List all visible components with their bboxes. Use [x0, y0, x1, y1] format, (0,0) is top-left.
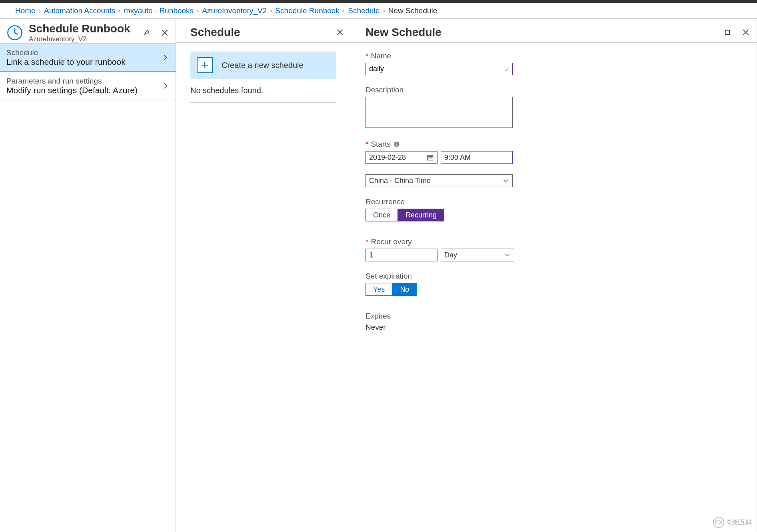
timezone-value: China - China Time [369, 177, 431, 185]
chevron-right-icon: › [343, 7, 345, 14]
svg-rect-7 [725, 30, 730, 34]
watermark: CX 创新互联 [713, 517, 752, 528]
chevron-down-icon [503, 177, 509, 184]
blade-title: Schedule Runbook [29, 22, 130, 35]
watermark-logo-icon: CX [713, 517, 724, 528]
chevron-right-icon: › [39, 7, 41, 14]
info-icon[interactable]: i [393, 141, 400, 148]
recur-every-label: Recur every [371, 237, 411, 246]
chevron-right-icon [162, 54, 169, 61]
close-icon[interactable] [741, 28, 750, 37]
name-label: Name [371, 52, 391, 60]
recurrence-label: Recurrence [366, 197, 405, 206]
chevron-right-icon: › [197, 7, 199, 14]
breadcrumb-mxyauto[interactable]: mxyauto - Runbooks [124, 6, 194, 15]
chevron-right-icon: › [383, 7, 385, 14]
create-schedule-label: Create a new schedule [222, 61, 304, 70]
menu-item-schedule[interactable]: Schedule Link a schedule to your runbook [0, 44, 176, 72]
menu-item-label: Schedule [6, 48, 126, 57]
starts-time-value: 9:00 AM [444, 153, 471, 162]
starts-time-input[interactable]: 9:00 AM [441, 151, 513, 164]
clock-icon [6, 24, 23, 41]
recur-value-input[interactable] [366, 249, 437, 261]
recurrence-recurring-button[interactable]: Recurring [398, 209, 444, 221]
breadcrumb-home[interactable]: Home [15, 6, 36, 15]
expires-label: Expires [366, 312, 391, 321]
breadcrumb: Home › Automation Accounts › mxyauto - R… [0, 3, 757, 18]
blade-new-schedule: New Schedule *Name ✓ Description [351, 19, 757, 532]
expiration-no-button[interactable]: No [392, 283, 417, 296]
svg-line-2 [15, 33, 18, 34]
calendar-icon [427, 154, 434, 161]
blade-schedule-list: Schedule + Create a new schedule No sche… [176, 19, 351, 532]
chevron-right-icon: › [119, 7, 121, 14]
recur-unit-value: Day [444, 251, 457, 259]
watermark-text: 创新互联 [727, 518, 752, 527]
blade-schedule-runbook: Schedule Runbook AzureInventory_V2 Sched… [0, 19, 176, 532]
breadcrumb-azureinventory[interactable]: AzureInventory_V2 [202, 6, 267, 15]
starts-date-value: 2019-02-28 [369, 153, 406, 162]
expiration-yes-button[interactable]: Yes [366, 283, 392, 296]
pin-icon[interactable] [142, 28, 151, 37]
breadcrumb-schedule-runbook[interactable]: Schedule Runbook [275, 6, 340, 15]
svg-rect-15 [430, 157, 431, 158]
svg-rect-14 [429, 157, 429, 158]
blade-title: Schedule [190, 26, 240, 39]
menu-item-label: Parameters and run settings [6, 77, 138, 86]
expiration-label: Set expiration [366, 272, 412, 281]
expires-value: Never [366, 323, 742, 332]
close-icon[interactable] [160, 28, 169, 37]
recur-unit-select[interactable]: Day [441, 249, 514, 261]
close-icon[interactable] [336, 28, 344, 37]
blade-subtitle: AzureInventory_V2 [29, 35, 130, 43]
timezone-select[interactable]: China - China Time [366, 174, 513, 187]
chevron-down-icon [504, 252, 511, 258]
menu-item-desc: Link a schedule to your runbook [6, 57, 126, 67]
breadcrumb-automation-accounts[interactable]: Automation Accounts [44, 6, 116, 15]
starts-date-input[interactable]: 2019-02-28 [366, 151, 437, 164]
description-label: Description [366, 86, 403, 94]
starts-label: Starts [371, 140, 391, 149]
create-schedule-button[interactable]: + Create a new schedule [190, 52, 336, 79]
check-icon: ✓ [504, 65, 510, 74]
plus-icon: + [197, 57, 213, 73]
recurrence-once-button[interactable]: Once [366, 209, 398, 221]
menu-item-desc: Modify run settings (Default: Azure) [6, 86, 138, 95]
blade-title: New Schedule [366, 26, 441, 39]
chevron-right-icon [162, 82, 169, 90]
svg-rect-16 [431, 157, 432, 158]
breadcrumb-current: New Schedule [388, 6, 437, 15]
name-input[interactable] [366, 63, 513, 75]
breadcrumb-schedule[interactable]: Schedule [348, 6, 379, 15]
restore-icon[interactable] [723, 28, 732, 37]
empty-schedules-text: No schedules found. [190, 79, 336, 103]
menu-item-parameters[interactable]: Parameters and run settings Modify run s… [0, 72, 176, 100]
description-input[interactable] [366, 97, 513, 128]
chevron-right-icon: › [270, 7, 272, 14]
svg-text:i: i [396, 142, 397, 147]
